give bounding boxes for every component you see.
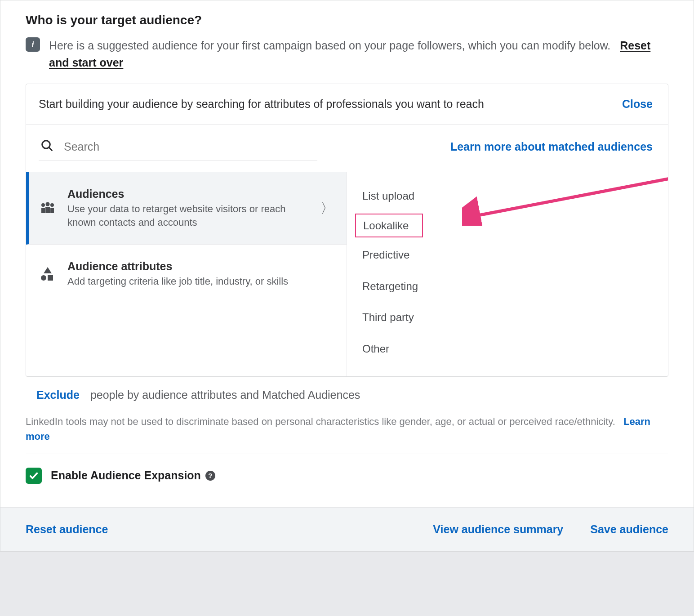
disclaimer-text: LinkedIn tools may not be used to discri… [26,416,615,427]
info-text-body: Here is a suggested audience for your fi… [49,39,610,52]
info-text: Here is a suggested audience for your fi… [49,37,668,71]
reset-audience-button[interactable]: Reset audience [26,523,108,536]
exclude-row: Exclude people by audience attributes an… [26,388,668,402]
svg-rect-6 [45,207,50,213]
svg-rect-5 [41,208,45,213]
left-item-attributes[interactable]: Audience attributes Add targeting criter… [26,245,347,304]
save-audience-button[interactable]: Save audience [590,523,668,536]
view-audience-summary-button[interactable]: View audience summary [433,523,563,536]
option-list-upload[interactable]: List upload [355,182,660,210]
people-icon [39,201,57,215]
discrimination-disclaimer: LinkedIn tools may not be used to discri… [26,414,668,454]
expansion-label-text: Enable Audience Expansion [51,469,201,482]
svg-point-9 [41,275,46,281]
option-retargeting[interactable]: Retargeting [355,272,660,300]
footer-bar: Reset audience View audience summary Sav… [0,507,694,551]
right-column: List upload Lookalike Predictive Retarge… [347,172,668,376]
svg-point-0 [42,141,50,149]
search-input[interactable] [64,140,316,153]
expansion-checkbox[interactable] [26,468,42,484]
left-item-attributes-desc: Add targeting criteria like job title, i… [67,275,288,288]
audience-builder-card: Start building your audience by searchin… [26,84,668,377]
search-row: Learn more about matched audiences [26,125,668,161]
option-lookalike[interactable]: Lookalike [355,214,423,238]
builder-header-text: Start building your audience by searchin… [39,98,484,111]
option-third-party[interactable]: Third party [355,304,660,331]
help-icon[interactable]: ? [205,471,215,481]
info-row: i Here is a suggested audience for your … [26,37,668,71]
audience-options-columns: Audiences Use your data to retarget webs… [26,172,668,376]
audience-expansion-row: Enable Audience Expansion ? [26,468,668,507]
page-title: Who is your target audience? [26,13,668,27]
search-box[interactable] [39,133,317,161]
chevron-right-icon: 〉 [320,199,334,218]
left-item-audiences-title: Audiences [67,187,310,201]
search-icon [40,139,54,154]
option-other[interactable]: Other [355,335,660,363]
left-column: Audiences Use your data to retarget webs… [26,172,347,376]
info-icon: i [26,37,40,52]
left-item-attributes-text: Audience attributes Add targeting criter… [67,260,288,288]
svg-rect-7 [50,208,54,213]
exclude-text: people by audience attributes and Matche… [90,388,360,402]
left-item-audiences[interactable]: Audiences Use your data to retarget webs… [26,172,347,245]
left-item-attributes-title: Audience attributes [67,260,288,273]
shapes-icon [39,267,57,281]
builder-header: Start building your audience by searchin… [26,84,668,125]
svg-point-2 [41,203,45,207]
left-item-audiences-desc: Use your data to retarget website visito… [67,202,310,229]
option-predictive[interactable]: Predictive [355,241,660,269]
exclude-link[interactable]: Exclude [36,388,80,402]
svg-rect-10 [48,275,53,281]
svg-point-3 [46,202,50,206]
svg-line-1 [49,147,53,151]
expansion-label: Enable Audience Expansion ? [51,469,215,482]
svg-marker-8 [44,267,52,273]
audience-panel: Who is your target audience? i Here is a… [0,0,694,552]
svg-point-4 [50,203,54,207]
left-item-audiences-text: Audiences Use your data to retarget webs… [67,187,310,229]
learn-matched-audiences-link[interactable]: Learn more about matched audiences [450,140,653,153]
close-button[interactable]: Close [622,98,653,111]
